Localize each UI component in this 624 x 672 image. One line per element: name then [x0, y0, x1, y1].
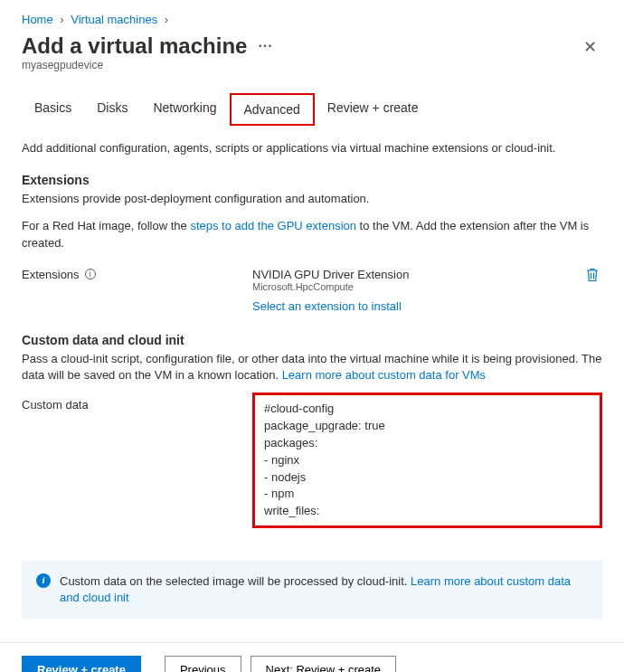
chevron-right-icon: ›: [60, 13, 63, 26]
delete-extension-icon[interactable]: [582, 268, 602, 286]
info-icon: i: [36, 573, 51, 588]
breadcrumb-home[interactable]: Home: [22, 13, 53, 26]
customdata-description: Pass a cloud-init script, configuration …: [22, 351, 602, 383]
page-title: Add a virtual machine ···: [22, 33, 273, 59]
footer-actions: Review + create Previous Next: Review + …: [0, 642, 624, 672]
review-create-button[interactable]: Review + create: [22, 656, 141, 672]
redhat-note: For a Red Hat image, follow the steps to…: [22, 218, 602, 251]
extension-publisher: Microsoft.HpcCompute: [252, 281, 582, 292]
customdata-learnmore-link[interactable]: Learn more about custom data for VMs: [282, 368, 486, 382]
extensions-label-text: Extensions: [22, 268, 80, 281]
extensions-field-label: Extensions i: [22, 268, 252, 281]
extensions-description: Extensions provide post-deployment confi…: [22, 191, 602, 207]
more-actions-icon[interactable]: ···: [258, 38, 272, 54]
tab-basics[interactable]: Basics: [22, 93, 84, 126]
page-title-text: Add a virtual machine: [22, 33, 247, 59]
redhat-note-pre: For a Red Hat image, follow the: [22, 219, 190, 232]
select-extension-link[interactable]: Select an extension to install: [252, 299, 602, 313]
info-banner: i Custom data on the selected image will…: [22, 561, 602, 619]
extension-name: NVIDIA GPU Driver Extension: [252, 268, 582, 281]
tab-advanced[interactable]: Advanced: [230, 93, 315, 126]
tabs: Basics Disks Networking Advanced Review …: [22, 93, 602, 126]
customdata-input[interactable]: #cloud-config package_upgrade: true pack…: [252, 393, 602, 528]
tab-review-create[interactable]: Review + create: [315, 93, 431, 126]
tab-networking[interactable]: Networking: [140, 93, 229, 126]
page-subtitle: myasegpudevice: [22, 59, 273, 71]
chevron-right-icon: ›: [165, 13, 168, 26]
tab-disks[interactable]: Disks: [84, 93, 140, 126]
info-banner-text: Custom data on the selected image will b…: [60, 574, 411, 588]
previous-button[interactable]: Previous: [165, 656, 241, 672]
gpu-extension-link[interactable]: steps to add the GPU extension: [190, 219, 356, 232]
next-button[interactable]: Next: Review + create: [251, 656, 397, 672]
customdata-heading: Custom data and cloud init: [22, 333, 602, 347]
close-icon[interactable]: ✕: [578, 33, 602, 61]
info-icon[interactable]: i: [85, 269, 96, 279]
customdata-field-label: Custom data: [22, 393, 252, 412]
breadcrumb-vms[interactable]: Virtual machines: [71, 13, 157, 26]
advanced-intro: Add additional configuration, agents, sc…: [22, 140, 602, 156]
extensions-heading: Extensions: [22, 173, 602, 187]
breadcrumb: Home › Virtual machines ›: [22, 9, 602, 33]
